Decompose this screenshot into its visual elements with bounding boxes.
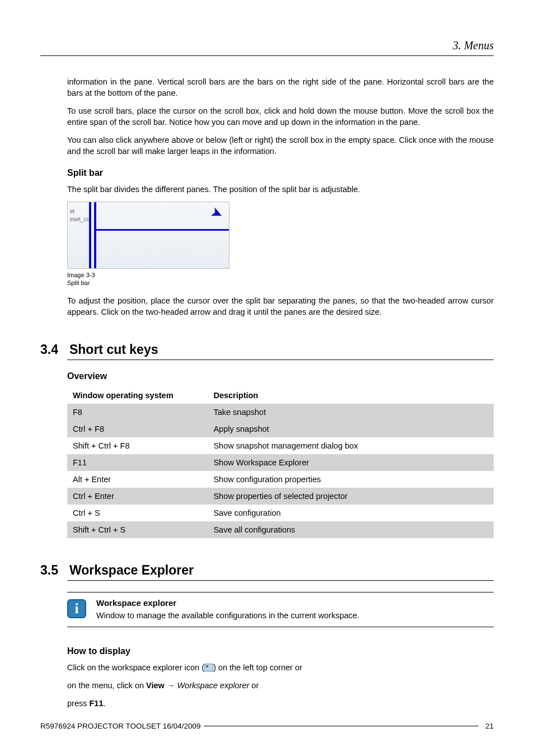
- key-cell: Ctrl + F8: [67, 421, 208, 437]
- intro-para-1: information in the pane. Vertical scroll…: [67, 76, 494, 99]
- split-vertical2-icon: [94, 202, 96, 268]
- section-number: 3.4: [40, 342, 58, 357]
- info-icon: i: [67, 599, 86, 618]
- key-cell: Ctrl + Enter: [67, 488, 208, 505]
- split-vertical-icon: [89, 202, 91, 268]
- desc-cell: Show configuration properties: [208, 471, 494, 488]
- chapter-header: 3. Menus: [40, 39, 494, 52]
- shortcut-table: Window operating system Description F8 T…: [67, 387, 494, 538]
- section-rule: [67, 360, 494, 360]
- howto-view-bold: View: [146, 681, 165, 690]
- header-rule: [40, 55, 494, 56]
- howto-f11-bold: F11: [90, 699, 104, 708]
- key-cell: Shift + Ctrl + F8: [67, 437, 208, 454]
- splitbar-para-2: To adjust the position, place the cursor…: [67, 295, 494, 318]
- th-description: Description: [208, 387, 494, 404]
- overview-heading: Overview: [67, 371, 494, 381]
- howto-line2-a: on the menu, click on: [67, 681, 146, 690]
- table-row: Shift + Ctrl + S Save all configurations: [67, 521, 494, 538]
- desc-cell: Apply snapshot: [208, 421, 494, 437]
- table-row: Ctrl + F8 Apply snapshot: [67, 421, 494, 437]
- howto-line2-b: or: [249, 681, 259, 690]
- key-cell: Ctrl + S: [67, 505, 208, 521]
- desc-cell: Show snapshot management dialog box: [208, 437, 494, 454]
- footer-left: R5976924 PROJECTOR TOOLSET 16/04/2009: [40, 722, 200, 730]
- howto-line1-b: ) on the left top corner or: [213, 663, 302, 672]
- info-box: i Workspace explorer Window to manage th…: [67, 592, 494, 627]
- section-rule: [67, 580, 494, 581]
- howto-line1-a: Click on the workspace explorer icon (: [67, 663, 204, 672]
- desc-cell: Show properties of selected projector: [208, 488, 494, 505]
- image-caption: Image 3-3 Split bar: [67, 271, 494, 287]
- table-row: Ctrl + S Save configuration: [67, 505, 494, 521]
- key-cell: F11: [67, 454, 208, 471]
- table-row: Alt + Enter Show configuration propertie…: [67, 471, 494, 488]
- section-number: 3.5: [40, 563, 58, 578]
- desc-cell: Save all configurations: [208, 521, 494, 538]
- howto-line1: Click on the workspace explorer icon () …: [67, 662, 494, 673]
- table-row: F8 Take snapshot: [67, 404, 494, 421]
- page-footer: R5976924 PROJECTOR TOOLSET 16/04/2009 21: [40, 722, 494, 730]
- splitbar-para-1: The split bar divides the different pane…: [67, 184, 494, 195]
- caption-line2: Split bar: [67, 279, 90, 286]
- section-3-5: 3.5 Workspace Explorer: [40, 563, 494, 578]
- info-body: Window to manage the available configura…: [96, 611, 494, 620]
- key-cell: Alt + Enter: [67, 471, 208, 488]
- howto-line3-b: .: [104, 699, 106, 708]
- caption-line1: Image 3-3: [67, 272, 95, 278]
- table-row: Ctrl + Enter Show properties of selected…: [67, 488, 494, 505]
- workspace-explorer-icon: [204, 664, 213, 671]
- section-title: Workspace Explorer: [69, 563, 194, 578]
- howto-line3: press F11.: [67, 698, 494, 709]
- footer-line: [204, 726, 479, 726]
- intro-para-3: You can also click anywhere above or bel…: [67, 134, 494, 157]
- th-window: Window operating system: [67, 387, 208, 404]
- howto-workspace-italic: Workspace explorer: [177, 681, 249, 690]
- splitbar-heading: Split bar: [67, 168, 494, 178]
- table-row: F11 Show Workspace Explorer: [67, 454, 494, 471]
- desc-cell: Take snapshot: [208, 404, 494, 421]
- splitbar-image: et eset_co ➤: [67, 202, 229, 269]
- howto-arrow: →: [165, 681, 177, 690]
- howto-heading: How to display: [67, 646, 494, 656]
- key-cell: Shift + Ctrl + S: [67, 521, 208, 538]
- howto-line3-a: press: [67, 699, 90, 708]
- page-number: 21: [482, 722, 494, 730]
- intro-para-2: To use scroll bars, place the cursor on …: [67, 105, 494, 128]
- split-horizontal-icon: [96, 229, 229, 231]
- cursor-arrow-icon: ➤: [208, 203, 226, 223]
- info-title: Workspace explorer: [96, 598, 494, 608]
- section-3-4: 3.4 Short cut keys: [40, 342, 494, 357]
- desc-cell: Show Workspace Explorer: [208, 454, 494, 471]
- howto-line2: on the menu, click on View → Workspace e…: [67, 680, 494, 691]
- splitbar-image-text: et eset_co: [70, 208, 90, 223]
- table-row: Shift + Ctrl + F8 Show snapshot manageme…: [67, 437, 494, 454]
- key-cell: F8: [67, 404, 208, 421]
- section-title: Short cut keys: [69, 342, 158, 357]
- table-header-row: Window operating system Description: [67, 387, 494, 404]
- desc-cell: Save configuration: [208, 505, 494, 521]
